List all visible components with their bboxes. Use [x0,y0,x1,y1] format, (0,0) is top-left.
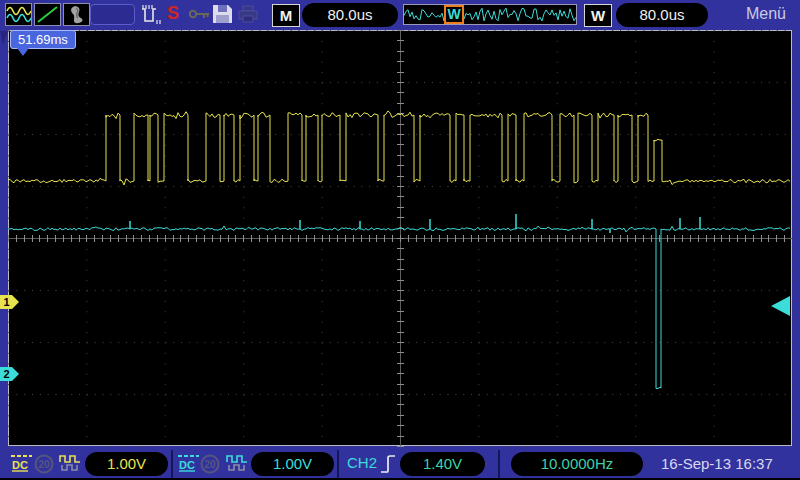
frequency-counter-readout: 10.0000Hz [511,452,643,476]
printer-icon [237,4,259,28]
top-status-bar: S M 80.0us W W [0,0,800,29]
ch1-coupling-icon: DC [9,452,33,478]
datetime-label: 16-Sep-13 16:37 [661,455,773,472]
window-timebase-readout[interactable]: 80.0us [616,3,708,27]
save-floppy-icon [211,3,234,29]
empty-status-slot [90,4,135,25]
ramp-signal-icon [34,3,61,26]
trigger-slope-icon [379,451,397,480]
svg-text:20: 20 [39,459,51,470]
bottom-status-bar: DC 20 1.00V DC [0,450,800,478]
zoom-overview-strip: W [403,4,577,25]
window-timebase-badge: W [584,4,612,27]
bottom-separator [171,450,173,478]
zoom-window-indicator: W [444,5,464,24]
main-timebase-readout[interactable]: 80.0us [302,3,398,27]
oscilloscope-screen: S M 80.0us W W [0,0,800,480]
window-position-tooltip: 51.69ms [10,30,76,49]
menu-button[interactable]: Menü [746,5,786,23]
graticule-area [8,30,792,446]
ch2-coupling-icon: DC [176,452,200,478]
channel-waveforms-icon [5,3,32,26]
ch2-bandwidth-icon: 20 [200,454,220,478]
keylock-icon [188,7,212,25]
ch2-scale-readout[interactable]: 1.00V [251,452,334,476]
ch1-bandwidth-icon: 20 [34,454,54,478]
ch2-invert-icon [226,454,249,476]
window-left-notch [0,31,8,45]
trigger-source-label: CH2 [347,454,377,471]
bottom-separator [337,450,339,478]
svg-text:DC: DC [12,459,28,471]
svg-text:DC: DC [179,459,195,471]
usb-device-icon [63,3,90,26]
svg-text:20: 20 [205,459,217,470]
stop-state-indicator: S [167,3,179,24]
main-timebase-badge: M [272,4,300,27]
acquire-pulse-icon [139,2,164,30]
ch1-invert-icon [59,454,82,476]
bottom-separator [498,450,500,478]
ch1-scale-readout[interactable]: 1.00V [85,452,168,476]
trigger-level-readout[interactable]: 1.40V [400,452,485,476]
